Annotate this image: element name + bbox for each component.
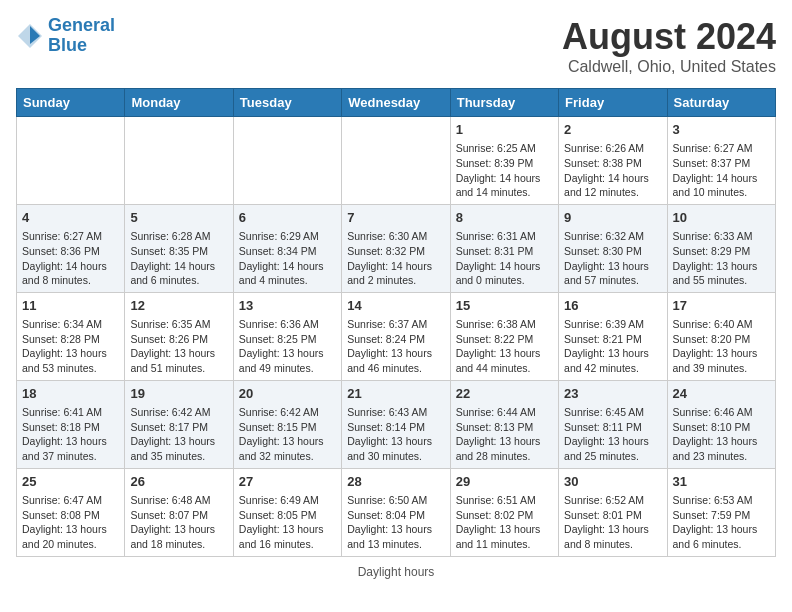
calendar-day-cell: 8Sunrise: 6:31 AM Sunset: 8:31 PM Daylig… — [450, 204, 558, 292]
calendar-day-cell: 5Sunrise: 6:28 AM Sunset: 8:35 PM Daylig… — [125, 204, 233, 292]
day-info: Sunrise: 6:31 AM Sunset: 8:31 PM Dayligh… — [456, 229, 553, 288]
calendar-day-cell: 20Sunrise: 6:42 AM Sunset: 8:15 PM Dayli… — [233, 380, 341, 468]
day-number: 11 — [22, 297, 119, 315]
day-number: 2 — [564, 121, 661, 139]
day-info: Sunrise: 6:26 AM Sunset: 8:38 PM Dayligh… — [564, 141, 661, 200]
day-number: 1 — [456, 121, 553, 139]
calendar-day-cell: 12Sunrise: 6:35 AM Sunset: 8:26 PM Dayli… — [125, 292, 233, 380]
calendar-header-cell: Friday — [559, 89, 667, 117]
title-block: August 2024 Caldwell, Ohio, United State… — [562, 16, 776, 76]
calendar-header-cell: Monday — [125, 89, 233, 117]
day-info: Sunrise: 6:42 AM Sunset: 8:15 PM Dayligh… — [239, 405, 336, 464]
calendar-day-cell — [17, 117, 125, 205]
calendar-header-cell: Wednesday — [342, 89, 450, 117]
calendar-header-row: SundayMondayTuesdayWednesdayThursdayFrid… — [17, 89, 776, 117]
day-info: Sunrise: 6:30 AM Sunset: 8:32 PM Dayligh… — [347, 229, 444, 288]
day-number: 18 — [22, 385, 119, 403]
day-number: 12 — [130, 297, 227, 315]
day-number: 9 — [564, 209, 661, 227]
day-number: 10 — [673, 209, 770, 227]
day-info: Sunrise: 6:25 AM Sunset: 8:39 PM Dayligh… — [456, 141, 553, 200]
day-info: Sunrise: 6:37 AM Sunset: 8:24 PM Dayligh… — [347, 317, 444, 376]
calendar-day-cell: 9Sunrise: 6:32 AM Sunset: 8:30 PM Daylig… — [559, 204, 667, 292]
footer-note: Daylight hours — [16, 565, 776, 579]
day-info: Sunrise: 6:40 AM Sunset: 8:20 PM Dayligh… — [673, 317, 770, 376]
calendar-day-cell: 6Sunrise: 6:29 AM Sunset: 8:34 PM Daylig… — [233, 204, 341, 292]
calendar-day-cell: 14Sunrise: 6:37 AM Sunset: 8:24 PM Dayli… — [342, 292, 450, 380]
day-info: Sunrise: 6:51 AM Sunset: 8:02 PM Dayligh… — [456, 493, 553, 552]
calendar-day-cell — [342, 117, 450, 205]
day-info: Sunrise: 6:27 AM Sunset: 8:36 PM Dayligh… — [22, 229, 119, 288]
calendar-week-row: 25Sunrise: 6:47 AM Sunset: 8:08 PM Dayli… — [17, 468, 776, 556]
day-number: 22 — [456, 385, 553, 403]
calendar-day-cell: 24Sunrise: 6:46 AM Sunset: 8:10 PM Dayli… — [667, 380, 775, 468]
day-info: Sunrise: 6:45 AM Sunset: 8:11 PM Dayligh… — [564, 405, 661, 464]
calendar-day-cell: 29Sunrise: 6:51 AM Sunset: 8:02 PM Dayli… — [450, 468, 558, 556]
page-header: General Blue August 2024 Caldwell, Ohio,… — [16, 16, 776, 76]
day-number: 8 — [456, 209, 553, 227]
day-info: Sunrise: 6:44 AM Sunset: 8:13 PM Dayligh… — [456, 405, 553, 464]
day-number: 19 — [130, 385, 227, 403]
calendar-day-cell: 11Sunrise: 6:34 AM Sunset: 8:28 PM Dayli… — [17, 292, 125, 380]
logo-icon — [16, 22, 44, 50]
day-number: 4 — [22, 209, 119, 227]
calendar-day-cell: 21Sunrise: 6:43 AM Sunset: 8:14 PM Dayli… — [342, 380, 450, 468]
day-number: 29 — [456, 473, 553, 491]
calendar-day-cell: 19Sunrise: 6:42 AM Sunset: 8:17 PM Dayli… — [125, 380, 233, 468]
day-info: Sunrise: 6:42 AM Sunset: 8:17 PM Dayligh… — [130, 405, 227, 464]
calendar-day-cell: 16Sunrise: 6:39 AM Sunset: 8:21 PM Dayli… — [559, 292, 667, 380]
day-info: Sunrise: 6:39 AM Sunset: 8:21 PM Dayligh… — [564, 317, 661, 376]
calendar-header-cell: Saturday — [667, 89, 775, 117]
calendar-table: SundayMondayTuesdayWednesdayThursdayFrid… — [16, 88, 776, 557]
day-info: Sunrise: 6:36 AM Sunset: 8:25 PM Dayligh… — [239, 317, 336, 376]
day-number: 23 — [564, 385, 661, 403]
day-info: Sunrise: 6:47 AM Sunset: 8:08 PM Dayligh… — [22, 493, 119, 552]
day-number: 27 — [239, 473, 336, 491]
calendar-day-cell: 27Sunrise: 6:49 AM Sunset: 8:05 PM Dayli… — [233, 468, 341, 556]
calendar-day-cell: 13Sunrise: 6:36 AM Sunset: 8:25 PM Dayli… — [233, 292, 341, 380]
main-title: August 2024 — [562, 16, 776, 58]
day-number: 26 — [130, 473, 227, 491]
day-number: 31 — [673, 473, 770, 491]
day-info: Sunrise: 6:43 AM Sunset: 8:14 PM Dayligh… — [347, 405, 444, 464]
day-number: 25 — [22, 473, 119, 491]
calendar-day-cell: 2Sunrise: 6:26 AM Sunset: 8:38 PM Daylig… — [559, 117, 667, 205]
day-info: Sunrise: 6:46 AM Sunset: 8:10 PM Dayligh… — [673, 405, 770, 464]
day-info: Sunrise: 6:52 AM Sunset: 8:01 PM Dayligh… — [564, 493, 661, 552]
day-info: Sunrise: 6:33 AM Sunset: 8:29 PM Dayligh… — [673, 229, 770, 288]
calendar-day-cell: 22Sunrise: 6:44 AM Sunset: 8:13 PM Dayli… — [450, 380, 558, 468]
logo: General Blue — [16, 16, 115, 56]
calendar-day-cell: 3Sunrise: 6:27 AM Sunset: 8:37 PM Daylig… — [667, 117, 775, 205]
calendar-day-cell: 15Sunrise: 6:38 AM Sunset: 8:22 PM Dayli… — [450, 292, 558, 380]
calendar-day-cell: 31Sunrise: 6:53 AM Sunset: 7:59 PM Dayli… — [667, 468, 775, 556]
day-number: 6 — [239, 209, 336, 227]
day-info: Sunrise: 6:35 AM Sunset: 8:26 PM Dayligh… — [130, 317, 227, 376]
calendar-day-cell: 7Sunrise: 6:30 AM Sunset: 8:32 PM Daylig… — [342, 204, 450, 292]
calendar-day-cell: 30Sunrise: 6:52 AM Sunset: 8:01 PM Dayli… — [559, 468, 667, 556]
day-number: 13 — [239, 297, 336, 315]
day-number: 5 — [130, 209, 227, 227]
calendar-day-cell: 17Sunrise: 6:40 AM Sunset: 8:20 PM Dayli… — [667, 292, 775, 380]
day-info: Sunrise: 6:50 AM Sunset: 8:04 PM Dayligh… — [347, 493, 444, 552]
day-info: Sunrise: 6:53 AM Sunset: 7:59 PM Dayligh… — [673, 493, 770, 552]
day-number: 20 — [239, 385, 336, 403]
calendar-day-cell — [125, 117, 233, 205]
calendar-week-row: 18Sunrise: 6:41 AM Sunset: 8:18 PM Dayli… — [17, 380, 776, 468]
day-number: 28 — [347, 473, 444, 491]
day-number: 17 — [673, 297, 770, 315]
calendar-day-cell: 4Sunrise: 6:27 AM Sunset: 8:36 PM Daylig… — [17, 204, 125, 292]
day-number: 7 — [347, 209, 444, 227]
calendar-day-cell: 1Sunrise: 6:25 AM Sunset: 8:39 PM Daylig… — [450, 117, 558, 205]
day-info: Sunrise: 6:32 AM Sunset: 8:30 PM Dayligh… — [564, 229, 661, 288]
calendar-day-cell: 10Sunrise: 6:33 AM Sunset: 8:29 PM Dayli… — [667, 204, 775, 292]
day-number: 14 — [347, 297, 444, 315]
calendar-day-cell — [233, 117, 341, 205]
day-number: 30 — [564, 473, 661, 491]
calendar-header-cell: Sunday — [17, 89, 125, 117]
day-info: Sunrise: 6:49 AM Sunset: 8:05 PM Dayligh… — [239, 493, 336, 552]
calendar-day-cell: 25Sunrise: 6:47 AM Sunset: 8:08 PM Dayli… — [17, 468, 125, 556]
calendar-day-cell: 23Sunrise: 6:45 AM Sunset: 8:11 PM Dayli… — [559, 380, 667, 468]
day-number: 24 — [673, 385, 770, 403]
calendar-day-cell: 26Sunrise: 6:48 AM Sunset: 8:07 PM Dayli… — [125, 468, 233, 556]
logo-text: General Blue — [48, 16, 115, 56]
